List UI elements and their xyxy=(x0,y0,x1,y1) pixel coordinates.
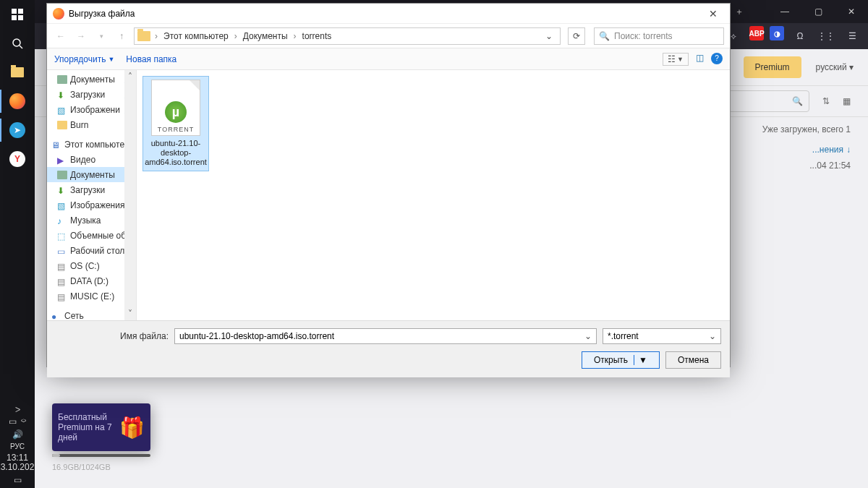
storage-bar xyxy=(52,454,150,457)
desk-icon: ▭ xyxy=(57,247,67,255)
tree-item[interactable]: 🖥Этот компьютер xyxy=(47,137,136,152)
grid-view-icon[interactable]: ▦ xyxy=(843,96,851,106)
tree-item-label: Документы xyxy=(70,170,115,180)
battery-icon: ▭ xyxy=(9,416,17,427)
extension-icon[interactable]: Ω xyxy=(790,26,810,46)
tree-item[interactable]: ⬇Загрузки xyxy=(47,182,136,197)
premium-button[interactable]: Premium xyxy=(744,56,801,78)
close-window-button[interactable]: ✕ xyxy=(835,0,868,23)
file-name: ubuntu-21.10-desktop-amd64.iso.torrent xyxy=(145,139,207,168)
tree-item[interactable]: ▶Видео xyxy=(47,152,136,167)
disk-icon: ▤ xyxy=(57,277,67,286)
windows-taskbar: ➤ Y ᐳ ▭⌔ 🔊 РУС 13:1123.10.2021 ▭ xyxy=(0,0,35,488)
svg-rect-2 xyxy=(12,15,17,20)
search-icon[interactable] xyxy=(0,29,35,58)
start-button[interactable] xyxy=(0,0,35,29)
gift-icon: 🎁 xyxy=(119,416,145,440)
new-folder-button[interactable]: Новая папка xyxy=(126,54,176,64)
abp-extension-icon[interactable]: ABP xyxy=(749,26,764,40)
vid-icon: ▶ xyxy=(57,155,67,164)
disk-icon: ▤ xyxy=(57,292,67,301)
up-button[interactable]: ↑ xyxy=(114,28,129,44)
maximize-button[interactable]: ▢ xyxy=(801,0,835,23)
tree-item-label: OS (C:) xyxy=(70,261,100,271)
minimize-button[interactable]: — xyxy=(768,0,801,23)
tree-item[interactable]: ▧Изображения xyxy=(47,197,136,213)
tree-item[interactable]: ⬇Загрузки📌 xyxy=(47,87,136,102)
filename-label: Имя файла: xyxy=(56,331,169,341)
dialog-title: Выгрузка файла xyxy=(69,9,135,19)
svg-point-4 xyxy=(13,39,20,46)
tree-item[interactable]: ▭Рабочий стол xyxy=(47,243,136,258)
folder-icon xyxy=(137,31,150,41)
tree-item[interactable]: ●Сеть xyxy=(47,308,136,320)
folder-tree[interactable]: Документы📌⬇Загрузки📌▧Изображени📌Burn🖥Это… xyxy=(47,70,137,320)
dialog-search-input[interactable]: 🔍Поиск: torrents xyxy=(594,27,724,45)
explorer-icon[interactable] xyxy=(0,58,35,87)
input-language[interactable]: РУС xyxy=(10,442,25,450)
yandex-taskbar-icon[interactable]: Y xyxy=(0,145,35,174)
tree-item[interactable]: Burn xyxy=(47,117,136,132)
promo-card[interactable]: БесплатныйPremium на 7дней 🎁 xyxy=(52,403,150,451)
firefox-taskbar-icon[interactable] xyxy=(0,87,35,116)
tree-item[interactable]: ▤OS (C:) xyxy=(47,258,136,273)
tree-item-label: MUSIC (E:) xyxy=(70,291,114,301)
open-button[interactable]: Открыть▼ xyxy=(582,351,660,369)
forward-button[interactable]: → xyxy=(73,28,89,44)
tree-item[interactable]: Документы📌 xyxy=(47,72,136,87)
tree-item-label: Видео xyxy=(70,155,95,165)
ublock-extension-icon[interactable]: ◑ xyxy=(770,26,784,40)
recent-dropdown[interactable]: ▾ xyxy=(93,28,109,44)
storage-caption: 16.9GB/1024GB xyxy=(52,463,111,471)
extension-icon[interactable]: ⋮⋮ xyxy=(816,26,836,46)
close-dialog-button[interactable]: ✕ xyxy=(702,8,724,20)
filename-input[interactable]: ubuntu-21.10-desktop-amd64.iso.torrent⌄ xyxy=(174,328,597,344)
tree-item-label: Изображени xyxy=(70,105,120,115)
notifications-icon[interactable]: ▭ xyxy=(14,475,22,485)
refresh-button[interactable]: ⟳ xyxy=(568,27,585,45)
tree-item-label: Сеть xyxy=(64,311,84,321)
organize-menu[interactable]: Упорядочить ▼ xyxy=(54,54,114,64)
tree-item[interactable]: ⬚Объемные объ xyxy=(47,228,136,243)
cancel-button[interactable]: Отмена xyxy=(665,351,721,369)
clock[interactable]: 13:1123.10.2021 xyxy=(0,453,39,472)
img-icon: ▧ xyxy=(57,106,67,114)
hamburger-menu-icon[interactable]: ☰ xyxy=(842,26,862,46)
file-item[interactable]: µ TORRENT ubuntu-21.10-desktop-amd64.iso… xyxy=(142,76,209,171)
tree-item[interactable]: Документы xyxy=(47,167,136,182)
tree-item-label: Загрузки xyxy=(70,90,105,100)
tree-item[interactable]: ♪Музыка xyxy=(47,213,136,228)
tree-item[interactable]: ▤MUSIC (E:) xyxy=(47,288,136,304)
dialog-titlebar: Выгрузка файла ✕ xyxy=(47,4,730,24)
tree-item[interactable]: ▧Изображени📌 xyxy=(47,102,136,117)
search-icon: 🔍 xyxy=(599,31,610,41)
breadcrumb-dropdown[interactable]: ⌄ xyxy=(541,31,557,41)
search-icon: 🔍 xyxy=(792,96,803,106)
new-tab-button[interactable]: ＋ xyxy=(729,1,749,22)
svg-line-5 xyxy=(20,46,22,48)
volume-icon[interactable]: 🔊 xyxy=(12,429,23,440)
tree-item[interactable]: ▤DATA (D:) xyxy=(47,273,136,288)
view-mode-button[interactable]: ☷ ▼ xyxy=(663,53,689,66)
help-button[interactable]: ? xyxy=(711,53,723,64)
tree-item-label: Burn xyxy=(70,120,88,130)
back-button[interactable]: ← xyxy=(53,28,69,44)
system-tray[interactable]: ᐳ ▭⌔ 🔊 РУС 13:1123.10.2021 ▭ xyxy=(0,406,35,488)
sort-icon[interactable]: ⇅ xyxy=(822,96,830,106)
filetype-filter[interactable]: *.torrent⌄ xyxy=(603,328,721,344)
language-selector[interactable]: русский ▾ xyxy=(816,62,854,72)
preview-pane-button[interactable]: ◫ xyxy=(696,53,704,66)
dialog-toolbar: Упорядочить ▼ Новая папка ☷ ▼ ◫ ? xyxy=(47,48,730,70)
telegram-taskbar-icon[interactable]: ➤ xyxy=(0,116,35,145)
tree-item-label: Музыка xyxy=(70,215,101,226)
torrent-thumb-icon: µ TORRENT xyxy=(151,80,200,136)
file-list[interactable]: µ TORRENT ubuntu-21.10-desktop-amd64.iso… xyxy=(137,70,730,320)
tree-item-label: DATA (D:) xyxy=(70,276,109,286)
breadcrumb[interactable]: › Этот компьютер› Документы› torrents ⌄ xyxy=(134,27,561,45)
dl-icon: ⬇ xyxy=(57,90,67,99)
tree-scrollbar[interactable]: ˄˅ xyxy=(124,70,136,320)
wifi-icon: ⌔ xyxy=(21,416,26,427)
file-open-dialog: Выгрузка файла ✕ ← → ▾ ↑ › Этот компьюте… xyxy=(46,3,731,367)
firefox-icon xyxy=(53,8,64,20)
tree-item-label: Загрузки xyxy=(70,185,105,195)
